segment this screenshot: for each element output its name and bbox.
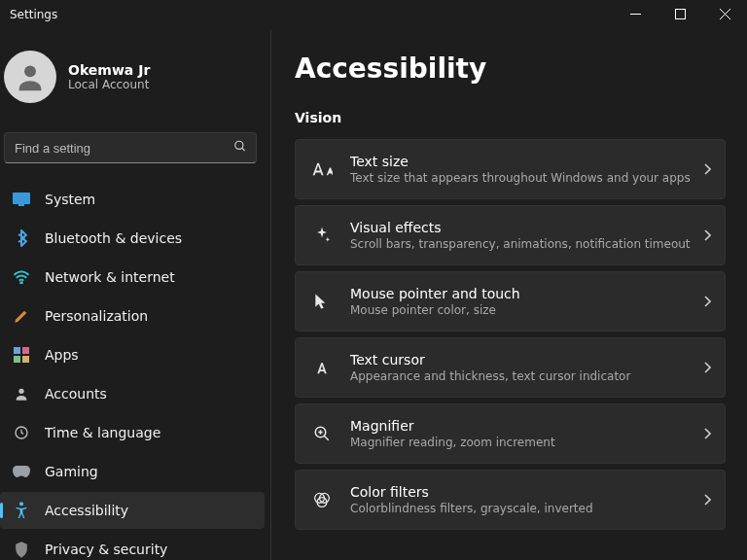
svg-rect-11 [22,347,29,354]
svg-line-18 [324,436,329,440]
svg-point-16 [19,502,23,506]
sparkle-icon [309,226,335,245]
card-text-cursor[interactable]: Text cursor Appearance and thickness, te… [295,337,726,398]
nav-label: Accessibility [45,503,128,518]
page-title: Accessibility [295,52,726,85]
nav-accounts[interactable]: Accounts [0,375,265,412]
svg-line-6 [242,148,245,151]
clock-icon [12,423,31,442]
nav-bluetooth[interactable]: Bluetooth & devices [0,220,265,257]
wifi-icon [12,267,31,287]
search-input[interactable] [4,132,257,163]
color-filters-icon [309,491,335,508]
text-cursor-icon [309,360,335,375]
magnifier-icon [309,425,335,442]
person-icon [12,384,31,403]
chevron-right-icon [703,359,711,377]
nav-personalization[interactable]: Personalization [0,298,265,334]
avatar [4,51,56,103]
svg-rect-13 [22,356,29,363]
nav-label: Network & internet [45,269,175,285]
nav-label: Accounts [45,386,107,402]
gaming-icon [12,462,31,481]
svg-rect-10 [14,347,20,354]
accessibility-icon [12,501,31,520]
card-mouse-pointer[interactable]: Mouse pointer and touch Mouse pointer co… [295,271,726,332]
card-sub: Text size that appears throughout Window… [350,171,703,185]
svg-point-9 [20,282,22,284]
nav-label: System [45,192,95,207]
search-icon [233,139,247,158]
svg-rect-8 [18,204,24,206]
card-title: Text size [350,154,703,169]
apps-icon [12,345,31,365]
card-title: Visual effects [350,220,703,235]
nav-label: Personalization [45,308,148,324]
maximize-button[interactable] [658,0,702,27]
close-button[interactable] [702,0,747,27]
minimize-button[interactable] [613,0,658,27]
card-sub: Mouse pointer color, size [350,303,703,317]
nav-gaming[interactable]: Gaming [0,453,265,490]
svg-point-4 [24,65,36,77]
window-title: Settings [10,8,57,21]
user-type: Local Account [68,78,150,91]
bluetooth-icon [12,228,31,248]
card-sub: Scroll bars, transparency, animations, n… [350,237,703,251]
nav-time[interactable]: Time & language [0,414,265,451]
nav-label: Gaming [45,464,98,479]
content: Accessibility Vision Text size Text size… [270,29,747,560]
nav-system[interactable]: System [0,181,265,218]
card-color-filters[interactable]: Color filters Colorblindness filters, gr… [295,470,726,530]
user-block[interactable]: Okemwa Jr Local Account [0,51,270,115]
chevron-right-icon [703,227,711,245]
nav-label: Apps [45,347,79,363]
card-sub: Magnifier reading, zoom increment [350,436,703,449]
chevron-right-icon [703,293,711,311]
window-controls [613,0,747,27]
card-sub: Colorblindness filters, grayscale, inver… [350,502,703,515]
search-wrap [4,132,257,163]
nav-label: Bluetooth & devices [45,230,182,246]
nav-accessibility[interactable]: Accessibility [0,492,265,529]
card-title: Mouse pointer and touch [350,286,703,301]
svg-rect-7 [13,192,30,204]
user-name: Okemwa Jr [68,62,150,78]
section-title: Vision [295,110,726,125]
card-visual-effects[interactable]: Visual effects Scroll bars, transparency… [295,205,726,265]
svg-point-5 [235,141,243,149]
card-magnifier[interactable]: Magnifier Magnifier reading, zoom increm… [295,403,726,464]
nav-label: Time & language [45,425,160,440]
nav-list: System Bluetooth & devices Network & int… [0,177,270,560]
card-title: Text cursor [350,352,703,368]
nav-apps[interactable]: Apps [0,336,265,373]
sidebar: Okemwa Jr Local Account System Bluetooth… [0,29,270,560]
display-icon [12,190,31,209]
svg-rect-12 [14,356,20,363]
svg-rect-1 [675,9,685,18]
nav-network[interactable]: Network & internet [0,259,265,296]
card-title: Color filters [350,484,703,500]
nav-privacy[interactable]: Privacy & security [0,531,265,560]
text-size-icon [309,161,335,177]
svg-rect-0 [630,14,641,15]
chevron-right-icon [703,425,711,443]
card-sub: Appearance and thickness, text cursor in… [350,369,703,383]
svg-point-14 [18,389,23,394]
chevron-right-icon [703,491,711,509]
card-text-size[interactable]: Text size Text size that appears through… [295,139,726,199]
nav-label: Privacy & security [45,542,167,557]
shield-icon [12,540,31,559]
cursor-icon [309,292,335,311]
paintbrush-icon [12,306,31,326]
card-title: Magnifier [350,418,703,434]
chevron-right-icon [703,160,711,179]
